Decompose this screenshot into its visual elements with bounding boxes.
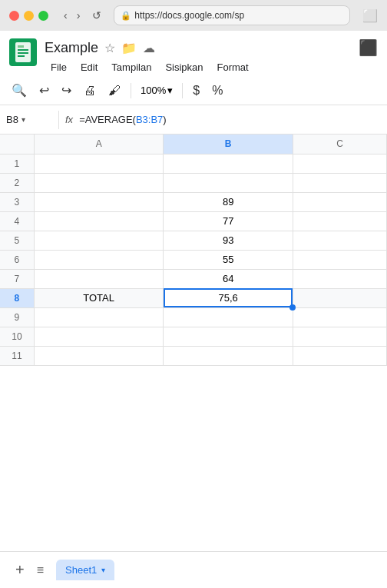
cell-c8[interactable] <box>293 288 386 307</box>
fx-label: fx <box>65 114 73 125</box>
titlebar: ‹ › ↺ 🔒 https://docs.google.com/sp ⬜ <box>0 0 387 31</box>
cell-a5[interactable] <box>34 231 164 250</box>
cell-b5[interactable]: 93 <box>164 231 293 250</box>
star-icon[interactable]: ☆ <box>104 41 115 55</box>
cell-b10[interactable] <box>164 327 293 346</box>
col-header-b[interactable]: B <box>164 135 293 154</box>
cell-b7[interactable]: 64 <box>164 269 293 288</box>
cell-b2[interactable] <box>164 173 293 192</box>
cell-a8[interactable]: TOTAL <box>34 288 164 307</box>
row-header-10: 10 <box>0 327 34 346</box>
document-title[interactable]: Example <box>45 40 98 56</box>
cell-a6[interactable] <box>34 250 164 269</box>
bottom-bar: + ≡ Sheet1 ▾ <box>0 551 387 588</box>
selection-handle[interactable] <box>289 304 296 311</box>
zoom-control[interactable]: 100% ▾ <box>136 82 177 98</box>
cell-b8[interactable]: 75,6 <box>164 288 293 307</box>
corner-header <box>0 135 34 154</box>
cell-c9[interactable] <box>293 307 386 327</box>
menu-file[interactable]: File <box>45 58 73 76</box>
cell-c7[interactable] <box>293 269 386 288</box>
formula-range: B3:B7 <box>136 114 163 125</box>
cell-b1[interactable] <box>164 154 293 173</box>
table-row-active: 8 TOTAL 75,6 <box>0 288 387 307</box>
cell-c2[interactable] <box>293 173 386 192</box>
url-text: https://docs.google.com/sp <box>134 10 244 21</box>
currency-button[interactable]: $ <box>187 80 205 101</box>
percent-button[interactable]: % <box>207 80 228 101</box>
security-icon: 🔒 <box>121 11 131 21</box>
redo-button[interactable]: ↪ <box>56 79 77 101</box>
cell-b4[interactable]: 77 <box>164 211 293 231</box>
extension-icon[interactable]: ⬜ <box>362 8 378 23</box>
add-sheet-button[interactable]: + <box>9 558 31 582</box>
table-row: 7 64 <box>0 269 387 288</box>
table-row: 11 <box>0 346 387 365</box>
row-header-11: 11 <box>0 346 34 365</box>
cell-a2[interactable] <box>34 173 164 192</box>
sheet-tab-arrow-icon: ▾ <box>101 566 105 574</box>
sheet-name: Sheet1 <box>65 564 97 576</box>
grid-table: A B C 1 2 3 89 4 77 <box>0 135 387 366</box>
cell-ref-dropdown-icon[interactable]: ▾ <box>22 115 25 124</box>
menu-sisipkan[interactable]: Sisipkan <box>159 58 209 76</box>
minimize-button[interactable] <box>24 11 34 21</box>
cell-b3[interactable]: 89 <box>164 192 293 211</box>
close-button[interactable] <box>9 11 19 21</box>
row-header-4: 4 <box>0 211 34 231</box>
cell-a10[interactable] <box>34 327 164 346</box>
formula-bar: B8 ▾ fx =AVERAGE(B3:B7) <box>0 105 387 135</box>
cell-a4[interactable] <box>34 211 164 231</box>
refresh-button[interactable]: ↺ <box>92 9 101 22</box>
cell-c4[interactable] <box>293 211 386 231</box>
svg-rect-2 <box>18 52 28 54</box>
cell-a11[interactable] <box>34 346 164 365</box>
cell-c1[interactable] <box>293 154 386 173</box>
cell-ref-name: B8 <box>6 114 18 125</box>
cell-c5[interactable] <box>293 231 386 250</box>
url-bar[interactable]: 🔒 https://docs.google.com/sp <box>114 5 350 25</box>
app-title-row: Example ☆ 📁 ☁ ⬛ <box>45 38 378 57</box>
cell-a9[interactable] <box>34 307 164 327</box>
print-button[interactable]: 🖨 <box>78 80 101 101</box>
cell-b11[interactable] <box>164 346 293 365</box>
cell-a7[interactable] <box>34 269 164 288</box>
cell-b6[interactable]: 55 <box>164 250 293 269</box>
cell-c3[interactable] <box>293 192 386 211</box>
search-button[interactable]: 🔍 <box>6 79 32 101</box>
menu-edit[interactable]: Edit <box>74 58 104 76</box>
sheets-logo <box>9 38 37 66</box>
cell-a3[interactable] <box>34 192 164 211</box>
folder-icon[interactable]: 📁 <box>121 41 137 55</box>
row-header-2: 2 <box>0 173 34 192</box>
table-row: 3 89 <box>0 192 387 211</box>
paint-format-button[interactable]: 🖌 <box>103 80 126 101</box>
formula-bar-separator <box>58 111 59 129</box>
sheets-extension-icon[interactable]: ⬛ <box>359 39 378 56</box>
sheet-menu-button[interactable]: ≡ <box>31 560 50 580</box>
traffic-lights <box>9 11 48 21</box>
svg-rect-1 <box>18 49 28 51</box>
col-header-c[interactable]: C <box>293 135 386 154</box>
cloud-icon[interactable]: ☁ <box>143 41 155 55</box>
menu-tampilan[interactable]: Tampilan <box>105 58 157 76</box>
col-header-a[interactable]: A <box>34 135 164 154</box>
formula-content: =AVERAGE(B3:B7) <box>79 114 381 125</box>
toolbar: 🔍 ↩ ↪ 🖨 🖌 100% ▾ $ % <box>0 76 387 105</box>
row-header-9: 9 <box>0 307 34 327</box>
maximize-button[interactable] <box>38 11 48 21</box>
undo-button[interactable]: ↩ <box>34 79 55 101</box>
cell-a1[interactable] <box>34 154 164 173</box>
forward-button[interactable]: › <box>74 8 84 23</box>
cell-c10[interactable] <box>293 327 386 346</box>
back-button[interactable]: ‹ <box>61 8 71 23</box>
cell-c6[interactable] <box>293 250 386 269</box>
sheet-tab-sheet1[interactable]: Sheet1 ▾ <box>56 560 114 580</box>
table-row: 10 <box>0 327 387 346</box>
table-row: 2 <box>0 173 387 192</box>
cell-reference: B8 ▾ <box>6 114 52 125</box>
menu-format[interactable]: Format <box>211 58 255 76</box>
row-header-5: 5 <box>0 231 34 250</box>
cell-b9[interactable] <box>164 307 293 327</box>
cell-c11[interactable] <box>293 346 386 365</box>
